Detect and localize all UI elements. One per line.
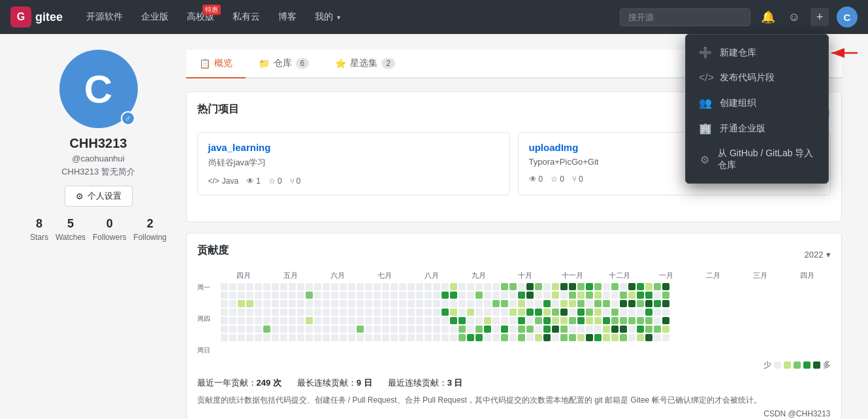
svg-rect-78 [306, 334, 313, 341]
svg-rect-189 [442, 326, 449, 333]
svg-rect-285 [560, 309, 568, 316]
svg-rect-344 [628, 334, 635, 341]
logo[interactable]: G gitee [10, 7, 63, 27]
stars-stat: ☆ 0 [268, 176, 282, 186]
svg-rect-103 [340, 309, 347, 316]
svg-rect-289 [569, 283, 576, 290]
svg-rect-320 [603, 309, 610, 316]
svg-rect-38 [263, 292, 270, 299]
svg-rect-148 [391, 334, 398, 341]
svg-rect-18 [238, 300, 245, 307]
svg-rect-188 [442, 317, 449, 324]
svg-rect-22 [238, 334, 245, 341]
navbar-link-enterprise[interactable]: 企业版 [133, 7, 176, 27]
svg-rect-212 [475, 283, 483, 290]
tab-overview[interactable]: 📋 概览 [186, 50, 246, 78]
user-avatar-button[interactable]: C [837, 7, 858, 27]
svg-rect-42 [263, 326, 270, 333]
svg-rect-316 [594, 334, 602, 341]
svg-rect-199 [458, 292, 466, 299]
svg-rect-116 [357, 300, 364, 307]
svg-rect-368 [662, 300, 669, 307]
svg-rect-257 [526, 309, 534, 316]
hot-projects-title: 热门项目 [197, 103, 239, 116]
navbar-link-blog[interactable]: 博客 [270, 7, 304, 27]
svg-rect-230 [492, 317, 500, 324]
svg-rect-294 [569, 326, 576, 333]
project-name-java[interactable]: java_learning [208, 142, 499, 153]
svg-rect-110 [348, 309, 355, 316]
eye-icon-2: 👁 [529, 175, 537, 184]
svg-rect-200 [458, 300, 466, 307]
svg-rect-302 [577, 334, 585, 341]
svg-rect-293 [569, 317, 576, 324]
plus-button[interactable]: + [811, 8, 829, 26]
svg-rect-29 [246, 334, 253, 341]
svg-rect-227 [492, 292, 500, 299]
svg-rect-304 [586, 292, 593, 299]
navbar-link-private[interactable]: 私有云 [225, 7, 268, 27]
svg-rect-221 [484, 300, 491, 307]
svg-rect-250 [518, 309, 525, 316]
svg-rect-372 [662, 334, 669, 341]
svg-rect-51 [280, 283, 287, 290]
dropdown-import[interactable]: ⚙ 从 GitHub / GitLab 导入仓库 [686, 141, 828, 178]
max-streak: 最长连续贡献：9 日 [297, 377, 372, 389]
svg-rect-276 [552, 292, 559, 299]
dropdown-enterprise[interactable]: 🏢 开通企业版 [686, 116, 828, 141]
dropdown-snippet[interactable]: </> 发布代码片段 [686, 65, 828, 90]
stat-following[interactable]: 2 Following [133, 217, 167, 243]
svg-rect-342 [628, 317, 635, 324]
svg-rect-153 [399, 317, 406, 324]
svg-rect-367 [662, 292, 669, 299]
stat-watches[interactable]: 5 Watches [56, 217, 86, 243]
svg-rect-114 [357, 283, 364, 290]
svg-rect-335 [620, 317, 627, 324]
dropdown-org[interactable]: 👥 创建组织 [686, 90, 828, 116]
tab-repos[interactable]: 📁 仓库 6 [246, 50, 323, 78]
svg-rect-85 [314, 334, 321, 341]
year-select[interactable]: 2022 ▾ [805, 250, 831, 260]
svg-rect-43 [263, 334, 270, 341]
svg-rect-98 [331, 326, 338, 333]
svg-rect-49 [272, 326, 279, 333]
svg-rect-340 [628, 300, 635, 307]
svg-rect-19 [238, 309, 245, 316]
svg-rect-104 [340, 317, 347, 324]
svg-rect-308 [586, 326, 593, 333]
svg-rect-135 [382, 283, 389, 290]
settings-button[interactable]: ⚙ 个人设置 [65, 186, 133, 207]
svg-rect-208 [467, 309, 474, 316]
svg-rect-160 [408, 317, 415, 324]
svg-rect-305 [586, 300, 593, 307]
navbar-link-opensource[interactable]: 开源软件 [78, 7, 131, 27]
svg-rect-300 [577, 317, 585, 324]
svg-rect-205 [467, 283, 474, 290]
stat-stars[interactable]: 8 Stars [30, 217, 48, 243]
avatar: C ♂ [59, 50, 138, 128]
dropdown-new-repo[interactable]: ➕ 新建仓库 [686, 40, 828, 65]
csdn-badge: CSDN @CHH3213 [197, 409, 831, 418]
search-input[interactable] [620, 8, 750, 26]
svg-rect-15 [229, 334, 236, 341]
navbar-link-mine[interactable]: 我的 ▾ [307, 7, 348, 27]
notification-icon[interactable]: 🔔 [758, 7, 778, 27]
stat-followers[interactable]: 0 Followers [93, 217, 126, 243]
svg-rect-93 [331, 283, 338, 290]
month-label: 四月 [221, 271, 268, 280]
svg-rect-17 [238, 292, 245, 299]
tab-stars[interactable]: ⭐ 星选集 2 [322, 50, 408, 78]
help-icon[interactable]: ☺ [786, 8, 803, 27]
svg-rect-264 [535, 309, 542, 316]
grid-area: 周一 周四 周日 [197, 283, 831, 354]
svg-rect-165 [416, 300, 423, 307]
group-icon: 👥 [699, 97, 712, 109]
svg-rect-177 [433, 283, 440, 290]
svg-rect-222 [484, 309, 491, 316]
day-label-tue [197, 293, 218, 302]
svg-rect-155 [399, 334, 406, 341]
svg-rect-4 [221, 300, 228, 307]
svg-rect-121 [365, 283, 372, 290]
navbar-link-university[interactable]: 高校版 特惠 [179, 7, 222, 27]
svg-rect-125 [365, 317, 372, 324]
